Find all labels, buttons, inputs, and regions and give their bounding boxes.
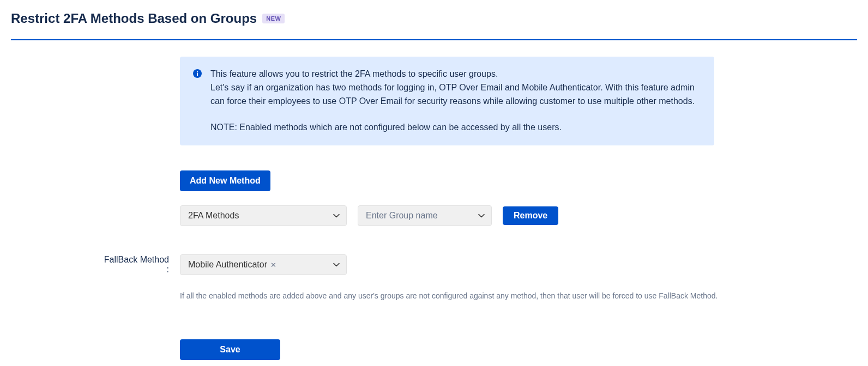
info-icon: [193, 69, 202, 78]
group-name-select[interactable]: Enter Group name: [358, 205, 492, 226]
svg-rect-1: [197, 73, 198, 76]
group-name-placeholder: Enter Group name: [366, 211, 438, 221]
new-badge: NEW: [262, 14, 285, 23]
info-text: This feature allows you to restrict the …: [210, 68, 701, 135]
fallback-method-select[interactable]: Mobile Authenticator ✕: [180, 254, 347, 275]
chevron-down-icon: [333, 211, 340, 221]
remove-button[interactable]: Remove: [503, 206, 558, 225]
twofa-method-select[interactable]: 2FA Methods: [180, 205, 347, 226]
add-new-method-button[interactable]: Add New Method: [180, 170, 270, 191]
svg-rect-2: [197, 71, 198, 72]
info-line1: This feature allows you to restrict the …: [210, 69, 498, 78]
save-button[interactable]: Save: [180, 339, 280, 360]
chevron-down-icon: [333, 260, 340, 270]
twofa-method-select-text: 2FA Methods: [188, 211, 239, 221]
close-icon[interactable]: ✕: [270, 261, 276, 269]
chevron-down-icon: [478, 211, 485, 221]
method-config-row: 2FA Methods Enter Group name Remove: [180, 205, 758, 226]
fallback-section: FallBack Method : Mobile Authenticator ✕: [180, 226, 758, 275]
info-line2: Let's say if an organization has two met…: [210, 83, 695, 106]
fallback-helper-text: If all the enabled methods are added abo…: [180, 291, 758, 300]
page-title: Restrict 2FA Methods Based on Groups: [11, 11, 257, 26]
content-area: This feature allows you to restrict the …: [180, 57, 758, 360]
info-note: NOTE: Enabled methods which are not conf…: [210, 121, 701, 135]
info-panel: This feature allows you to restrict the …: [180, 57, 714, 145]
page-header: Restrict 2FA Methods Based on Groups NEW: [11, 11, 857, 40]
fallback-selected-text: Mobile Authenticator: [188, 260, 267, 270]
fallback-label: FallBack Method :: [104, 255, 169, 274]
save-row: Save: [180, 339, 758, 360]
